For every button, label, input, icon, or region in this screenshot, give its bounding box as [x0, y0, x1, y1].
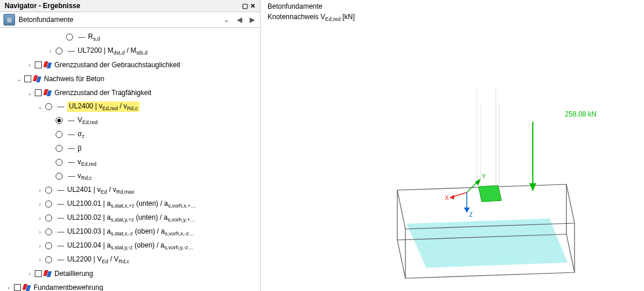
tree-row[interactable]: ›—UL2200 | VEd / VRd,c [0, 253, 260, 267]
dash-icon: — [57, 200, 64, 208]
checkbox[interactable] [14, 284, 21, 291]
tree-row[interactable]: —σz [0, 128, 260, 141]
radio[interactable] [45, 256, 52, 263]
flag-icon [44, 89, 52, 96]
tree-row[interactable]: —Rs,d [0, 30, 260, 44]
tree-row[interactable]: ›Fundamentbewehrung [0, 281, 260, 291]
chevron-right-icon[interactable]: › [36, 214, 44, 222]
dash-icon: — [57, 256, 64, 264]
chevron-right-icon[interactable]: › [36, 228, 44, 236]
chevron-down-icon[interactable]: ⌄ [25, 89, 34, 97]
chevron-right-icon[interactable]: › [46, 47, 54, 55]
prev-icon[interactable]: ◀ [235, 15, 244, 24]
tree-label: Grenzzustand der Tragfähigkeit [54, 89, 151, 97]
dash-icon: — [57, 242, 64, 250]
close-icon[interactable]: ✕ [250, 2, 255, 10]
dash-icon: — [57, 228, 64, 236]
radio[interactable] [56, 173, 63, 180]
tree-row[interactable]: —VEd,red [0, 114, 260, 128]
chevron-down-icon[interactable]: ⌄ [36, 103, 44, 111]
tree-label: UL2100.03 | as,stat,x,-z (oben) / as,vor… [67, 227, 194, 237]
tree-label: VEd,red [78, 116, 98, 125]
dash-icon: — [57, 103, 64, 111]
checkbox[interactable] [35, 89, 42, 96]
radio[interactable] [56, 159, 63, 166]
tree-row[interactable]: —vEd,red [0, 155, 260, 169]
dash-icon: — [68, 172, 75, 180]
dash-icon: — [78, 33, 85, 41]
axis-x-label: X [445, 195, 449, 201]
checkbox[interactable] [35, 270, 42, 277]
tree-row[interactable]: ⌄—UL2400 | vEd,red / vRd,c [0, 100, 260, 114]
chevron-right-icon[interactable]: › [5, 283, 13, 291]
chevron-right-icon[interactable]: › [36, 186, 44, 194]
tree-label: UL2200 | VEd / VRd,c [67, 255, 129, 264]
dash-icon: — [68, 130, 75, 139]
tree-row[interactable]: —β [0, 141, 260, 155]
navigator-header: Navigator - Ergebnisse ▢ ✕ [0, 0, 260, 12]
radio[interactable] [45, 103, 52, 110]
radio[interactable] [56, 48, 63, 54]
tree-label: Fundamentbewehrung [34, 283, 103, 291]
tree-row[interactable]: ›Grenzzustand der Gebrauchstauglichkeit [0, 58, 260, 72]
viewport-3d[interactable]: Betonfundamente Knotennachweis VEd,red [… [261, 0, 644, 291]
tree-row[interactable]: —vRd,c [0, 169, 260, 183]
navigator-panel: Navigator - Ergebnisse ▢ ✕ ⊞ Betonfundam… [0, 0, 261, 291]
tree-row[interactable]: ›—UL2100.02 | as,stat,y,+z (unten) / as,… [0, 211, 260, 225]
pin-icon[interactable]: ▢ [242, 2, 248, 10]
next-icon[interactable]: ▶ [247, 15, 257, 24]
checkbox[interactable] [35, 61, 42, 68]
dropdown-icon[interactable]: ⌄ [222, 15, 231, 24]
tree-row[interactable]: ›—UL2100.03 | as,stat,x,-z (oben) / as,v… [0, 225, 260, 239]
dash-icon: — [68, 47, 75, 55]
axis-z-label: Z [469, 212, 473, 218]
viewport-subtitle: Knotennachweis VEd,red [kN] [268, 13, 355, 22]
chevron-right-icon[interactable]: › [36, 256, 44, 264]
tree-row[interactable]: ›Detaillierung [0, 267, 260, 281]
radio[interactable] [56, 131, 63, 138]
dash-icon: — [68, 158, 75, 166]
radio[interactable] [56, 117, 63, 124]
flag-icon [34, 75, 42, 82]
dash-icon: — [57, 214, 64, 222]
tree-label: β [78, 144, 82, 152]
tree-label: UL2400 | vEd,red / vRd,c [67, 101, 140, 112]
chevron-right-icon[interactable]: › [25, 61, 34, 69]
radio[interactable] [66, 34, 73, 41]
axis-y-label: Y [482, 173, 486, 180]
tree-label: Nachweis für Beton [44, 75, 104, 83]
tree-row[interactable]: ›—UL7200 | Mdst,d / Mstb,d [0, 44, 260, 58]
checkbox[interactable] [24, 75, 31, 82]
radio[interactable] [45, 187, 52, 194]
tree-row[interactable]: ›—UL2100.04 | as,stat,y,-z (oben) / as,v… [0, 239, 260, 253]
chevron-right-icon[interactable]: › [25, 270, 34, 278]
svg-marker-13 [478, 185, 502, 202]
tree-row[interactable]: ⌄Grenzzustand der Tragfähigkeit [0, 86, 260, 100]
tree-row[interactable]: ⌄Nachweis für Beton [0, 72, 260, 86]
radio[interactable] [45, 242, 52, 249]
radio[interactable] [45, 228, 52, 235]
tree-label: vRd,c [78, 172, 92, 181]
result-tree[interactable]: —Rs,d›—UL7200 | Mdst,d / Mstb,d›Grenzzus… [0, 28, 260, 291]
svg-marker-17 [475, 179, 481, 185]
flag-icon [44, 61, 52, 68]
tree-label: UL2401 | vEd / vRd,max [67, 185, 134, 195]
navigator-toolbar: ⊞ Betonfundamente ⌄ ◀ ▶ [0, 12, 260, 28]
tree-label: Grenzzustand der Gebrauchstauglichkeit [54, 61, 180, 69]
radio[interactable] [56, 145, 63, 152]
flag-icon [44, 270, 52, 277]
tree-label: vEd,red [78, 158, 97, 167]
tree-row[interactable]: ›—UL2100.01 | as,stat,x,+z (unten) / as,… [0, 197, 260, 211]
radio[interactable] [45, 201, 52, 208]
chevron-down-icon[interactable]: ⌄ [15, 75, 23, 83]
dash-icon: — [57, 186, 64, 194]
radio[interactable] [45, 214, 52, 221]
tree-label: Rs,d [88, 32, 100, 42]
chevron-right-icon[interactable]: › [36, 200, 44, 208]
svg-marker-12 [529, 183, 536, 191]
tree-row[interactable]: ›—UL2401 | vEd / vRd,max [0, 183, 260, 197]
tree-label: UL2100.02 | as,stat,y,+z (unten) / as,vo… [67, 213, 195, 223]
svg-marker-15 [449, 195, 454, 199]
chevron-right-icon[interactable]: › [36, 242, 44, 250]
tree-label: σz [78, 130, 85, 139]
